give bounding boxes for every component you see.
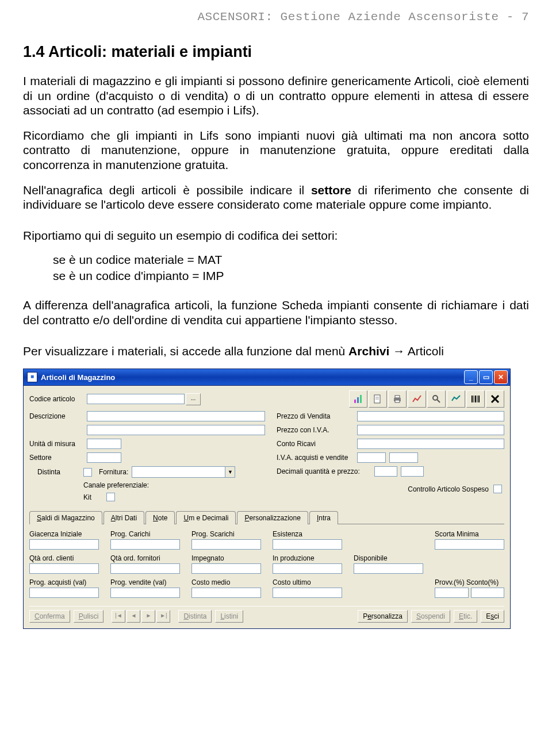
iva-acq-input[interactable]	[357, 452, 386, 463]
descrizione-input[interactable]	[87, 411, 265, 421]
impegnato-input[interactable]	[191, 563, 261, 574]
svg-rect-0	[354, 400, 356, 403]
canale-label: Canale preferenziale:	[83, 481, 149, 489]
prezzo-vendita-label: Prezzo di Vendita	[277, 412, 357, 420]
esci-button[interactable]: Esci	[481, 610, 504, 623]
costo-medio-input[interactable]	[191, 588, 261, 598]
maximize-button[interactable]: ▭	[479, 370, 493, 384]
chart-icon[interactable]	[349, 390, 367, 408]
descrizione2-input[interactable]	[87, 425, 265, 435]
controllo-checkbox[interactable]	[493, 485, 502, 493]
scorta-input[interactable]	[435, 539, 504, 550]
distinta-button[interactable]: Distinta	[178, 610, 212, 623]
search-icon[interactable]	[427, 390, 446, 408]
distinta-label: Distinta	[29, 468, 83, 476]
prog-vend-label: Prog. vendite (val)	[110, 578, 180, 586]
disponibile-input[interactable]	[354, 563, 423, 574]
carichi-label: Prog. Carichi	[110, 530, 180, 538]
svg-rect-8	[395, 400, 400, 402]
giacenza-label: Giacenza Iniziale	[29, 530, 99, 538]
provv-input[interactable]	[435, 588, 469, 598]
paragraph-6: Per visualizzare i materiali, si accede …	[23, 344, 529, 359]
conto-ricavi-input[interactable]	[357, 439, 504, 449]
qta-clienti-label: Qtà ord. clienti	[29, 554, 99, 562]
grid-row-3: Prog. acquisti (val) Prog. vendite (val)…	[29, 578, 504, 598]
codice-input[interactable]	[87, 394, 185, 404]
app-window: ■ Articoli di Magazzino _ ▭ ✕ Codice art…	[23, 369, 511, 629]
iva-vend-input[interactable]	[389, 452, 418, 463]
svg-point-9	[433, 396, 438, 400]
qta-clienti-input[interactable]	[29, 563, 99, 574]
decimali-qta-input[interactable]	[374, 466, 397, 477]
print-icon[interactable]	[388, 390, 407, 408]
toolbar	[349, 390, 504, 408]
iva-label: I.V.A. acquisti e vendite	[277, 454, 357, 462]
list-item: se è un codice materiale = MAT	[53, 253, 529, 267]
list-item: se è un codice d'impianto = IMP	[53, 269, 529, 283]
prezzo-iva-input[interactable]	[357, 425, 504, 435]
paragraph-2: Ricordiamo che gli impianti in Lifs sono…	[23, 128, 529, 172]
qta-fornitori-label: Qtà ord. fornitori	[110, 554, 180, 562]
personalizza-button[interactable]: Personalizza	[358, 610, 408, 623]
window-title: Articoli di Magazzino	[41, 373, 464, 382]
bottom-bar: Conferma Pulisci |◄ ◄ ► ►| Distinta List…	[29, 606, 504, 623]
graph-icon[interactable]	[408, 390, 426, 408]
sospendi-button[interactable]: Sospendi	[411, 610, 450, 623]
settore-input[interactable]	[87, 452, 121, 463]
delete-icon[interactable]	[486, 390, 504, 408]
paragraph-1: I materiali di magazzino e gli impianti …	[23, 74, 529, 118]
codice-lookup-button[interactable]: ...	[186, 393, 201, 405]
prog-vend-input[interactable]	[110, 588, 180, 598]
prog-acq-label: Prog. acquisti (val)	[29, 578, 99, 586]
carichi-input[interactable]	[110, 539, 180, 550]
kit-checkbox[interactable]	[106, 493, 115, 501]
distinta-checkbox[interactable]	[83, 468, 92, 477]
paragraph-5: A differenza dell'anagrafica articoli, l…	[23, 298, 529, 327]
qta-fornitori-input[interactable]	[110, 563, 180, 574]
svg-line-10	[437, 400, 440, 402]
fornitura-combo[interactable]: ▼	[132, 466, 235, 478]
close-button[interactable]: ✕	[494, 370, 508, 384]
tab-personalizzazione[interactable]: Personalizzazione	[237, 511, 308, 524]
barcode-icon[interactable]	[466, 390, 485, 408]
tab-um[interactable]: Um e Decimali	[176, 511, 236, 524]
produzione-input[interactable]	[273, 563, 342, 574]
tab-altri[interactable]: Altri Dati	[103, 511, 144, 524]
settore-label: Settore	[29, 454, 87, 462]
tab-intra[interactable]: Intra	[309, 511, 338, 524]
svg-rect-2	[360, 395, 362, 403]
listini-button[interactable]: Listini	[215, 610, 243, 623]
pulisci-button[interactable]: Pulisci	[74, 610, 104, 623]
esistenza-label: Esistenza	[273, 530, 342, 538]
svg-rect-7	[395, 396, 400, 398]
nav-next-button[interactable]: ►	[141, 610, 155, 623]
impegnato-label: Impegnato	[191, 554, 261, 562]
scarichi-input[interactable]	[191, 539, 261, 550]
conferma-button[interactable]: Conferma	[29, 610, 70, 623]
etic-button[interactable]: Etic.	[454, 610, 477, 623]
unita-input[interactable]	[87, 439, 121, 449]
nav-last-button[interactable]: ►|	[156, 610, 170, 623]
codice-label: Codice articolo	[29, 395, 87, 403]
trend-icon[interactable]	[447, 390, 465, 408]
conto-ricavi-label: Conto Ricavi	[277, 440, 357, 448]
tab-saldi[interactable]: Saldi di Magazzino	[29, 511, 102, 524]
costo-ultimo-input[interactable]	[273, 588, 342, 598]
tab-note[interactable]: Note	[145, 511, 175, 524]
sconto-input[interactable]	[471, 588, 505, 598]
nav-first-button[interactable]: |◄	[112, 610, 125, 623]
giacenza-input[interactable]	[29, 539, 99, 550]
esistenza-input[interactable]	[273, 539, 342, 550]
prezzo-vendita-input[interactable]	[357, 411, 504, 421]
minimize-button[interactable]: _	[464, 370, 478, 384]
document-icon[interactable]	[369, 390, 387, 408]
decimali-prezzo-input[interactable]	[401, 466, 424, 477]
app-icon: ■	[27, 372, 37, 382]
costo-medio-label: Costo medio	[191, 578, 261, 586]
nav-prev-button[interactable]: ◄	[126, 610, 140, 623]
svg-rect-1	[357, 397, 359, 403]
titlebar: ■ Articoli di Magazzino _ ▭ ✕	[24, 369, 510, 386]
prog-acq-input[interactable]	[29, 588, 99, 598]
prezzo-iva-label: Prezzo con I.V.A.	[277, 426, 357, 434]
descrizione-label: Descrizione	[29, 412, 87, 420]
